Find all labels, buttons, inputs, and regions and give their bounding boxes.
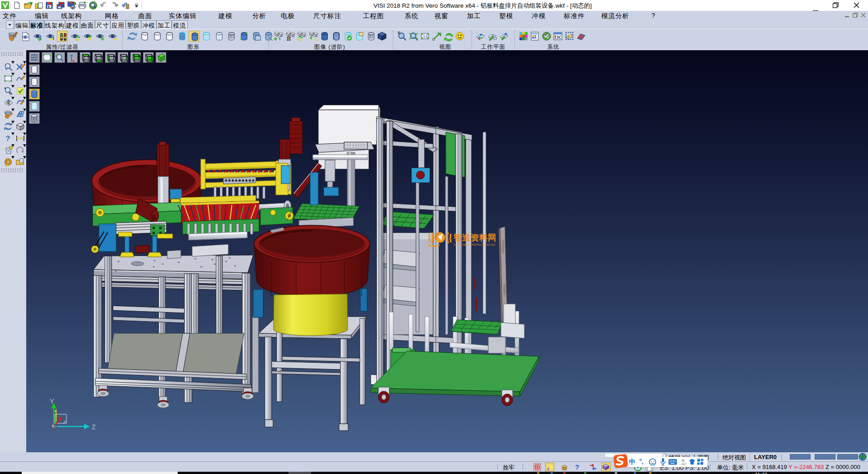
svg-text:7: 7 [684, 462, 687, 465]
svg-text:智造资料网: 智造资料网 [453, 233, 495, 242]
svg-text:INTELLIGENT MANUFACTURING DATA: INTELLIGENT MANUFACTURING DATA [454, 244, 495, 246]
svg-text:1:1: 1:1 [423, 35, 428, 38]
svg-text:Z: Z [92, 423, 96, 431]
svg-text:?: ? [5, 134, 10, 143]
svg-text:Y: Y [50, 398, 54, 405]
